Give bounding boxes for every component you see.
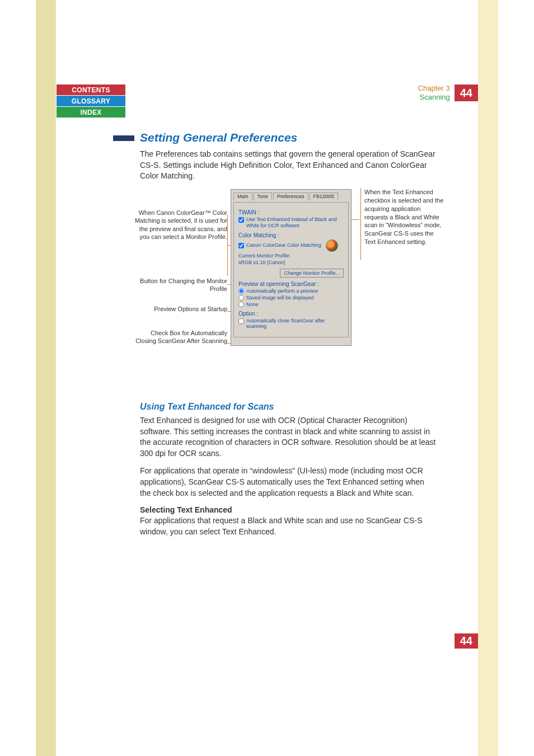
header-right: Chapter 3 Scanning 44 xyxy=(418,84,478,101)
preview-group-label: Preview at openning ScanGear : xyxy=(238,281,344,287)
auto-close-checkbox[interactable] xyxy=(238,318,244,324)
colorgear-checkbox[interactable] xyxy=(238,243,244,248)
nav-stack: CONTENTS GLOSSARY INDEX xyxy=(56,84,125,118)
text-enhanced-checkbox-label: Use Text Enhanced instead of Black and W… xyxy=(246,217,344,229)
tab-main[interactable]: Main xyxy=(233,192,252,200)
auto-close-checkbox-row[interactable]: Automatically close ScanGear after scann… xyxy=(238,318,344,330)
callout-change-profile: Button for Changing the Monitor Profile xyxy=(132,277,227,293)
callout-auto-close: Check Box for Automatically Closing Scan… xyxy=(132,329,227,345)
current-profile-value: sRGB v1.10 (Canon) xyxy=(238,260,344,265)
lower-content: Using Text Enhanced for Scans Text Enhan… xyxy=(140,388,437,544)
preview-radio-saved[interactable]: Saved image will be displayed xyxy=(238,295,344,300)
preview-radio-auto-input[interactable] xyxy=(238,288,244,294)
preview-radio-saved-input[interactable] xyxy=(238,295,244,300)
preview-radio-none[interactable]: None xyxy=(238,302,344,307)
colorgear-icon xyxy=(326,240,338,252)
preview-radio-saved-label: Saved image will be displayed xyxy=(246,295,314,300)
intro-paragraph: The Preferences tab contains settings th… xyxy=(140,149,437,182)
nav-glossary-button[interactable]: GLOSSARY xyxy=(56,95,125,106)
tab-model[interactable]: FB1200S xyxy=(310,192,339,200)
option-group-label: Option : xyxy=(238,311,344,317)
nav-index-button[interactable]: INDEX xyxy=(56,106,125,118)
content-column: Setting General Preferences The Preferen… xyxy=(140,131,437,189)
panel-tabs: Main Tone Preferences FB1200S xyxy=(233,192,349,200)
callout-preview-startup: Preview Options at Startup xyxy=(132,305,227,313)
chapter-label: Chapter 3 Scanning xyxy=(418,84,450,101)
section-heading: Setting General Preferences xyxy=(140,131,437,144)
preferences-diagram: When Canon ColorGear™ Color Matching is … xyxy=(132,189,474,385)
colorgear-checkbox-label: Canon ColorGear Color Matching xyxy=(246,242,321,248)
left-color-strip xyxy=(36,0,56,756)
preview-radio-none-input[interactable] xyxy=(238,302,244,307)
preview-radio-auto-label: Automatically perform a preview xyxy=(246,288,318,294)
subsection-heading: Using Text Enhanced for Scans xyxy=(140,402,437,412)
callout-colorgear: When Canon ColorGear™ Color Matching is … xyxy=(132,209,227,241)
callout-text-enhanced: When the Text Enhanced checkbox is selec… xyxy=(360,188,444,260)
chapter-number: Chapter 3 xyxy=(418,84,450,93)
color-matching-group-label: Color Matching : xyxy=(238,232,344,238)
text-enhanced-checkbox[interactable] xyxy=(238,217,244,223)
panel-body: TWAIN : Use Text Enhanced instead of Bla… xyxy=(233,202,349,337)
paragraph-select-te: For applications that request a Black an… xyxy=(140,515,437,537)
chapter-title: Scanning xyxy=(418,93,450,102)
paragraph-ocr: Text Enhanced is designed for use with O… xyxy=(140,415,437,459)
nav-contents-button[interactable]: CONTENTS xyxy=(56,84,125,95)
preferences-panel-screenshot: Main Tone Preferences FB1200S TWAIN : Us… xyxy=(231,189,352,346)
colorgear-checkbox-row[interactable]: Canon ColorGear Color Matching xyxy=(238,242,321,248)
tab-preferences[interactable]: Preferences xyxy=(273,192,308,200)
right-color-margin xyxy=(478,0,498,756)
text-enhanced-checkbox-row[interactable]: Use Text Enhanced instead of Black and W… xyxy=(238,217,344,229)
connector-line xyxy=(352,219,359,220)
tab-tone[interactable]: Tone xyxy=(254,192,273,200)
page-number-top: 44 xyxy=(455,84,478,101)
change-monitor-profile-button[interactable]: Change Monitor Profile... xyxy=(280,269,344,278)
bold-subheading: Selecting Text Enhanced xyxy=(140,505,437,514)
connector-line xyxy=(227,214,228,276)
preview-radio-auto[interactable]: Automatically perform a preview xyxy=(238,288,344,294)
auto-close-checkbox-label: Automatically close ScanGear after scann… xyxy=(246,318,344,330)
page-number-bottom: 44 xyxy=(455,633,478,649)
twain-group-label: TWAIN : xyxy=(238,209,344,215)
paragraph-windowless: For applications that operate in “window… xyxy=(140,466,437,499)
preview-radio-none-label: None xyxy=(246,302,259,307)
current-profile-label: Current Monitor Profile: xyxy=(238,253,344,259)
